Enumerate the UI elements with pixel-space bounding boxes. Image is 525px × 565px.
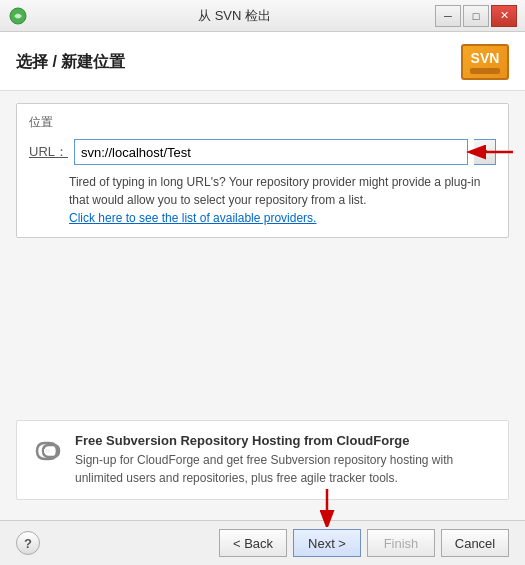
back-button[interactable]: < Back — [219, 529, 287, 557]
cloudforge-icon — [29, 433, 65, 469]
close-button[interactable]: ✕ — [491, 5, 517, 27]
url-label: URL： — [29, 143, 68, 161]
url-row: URL： ▼ — [29, 139, 496, 165]
title-bar: 从 SVN 检出 ─ □ ✕ — [0, 0, 525, 32]
group-label: 位置 — [29, 114, 496, 131]
next-arrow — [312, 487, 342, 527]
url-info-text: Tired of typing in long URL's? Your repo… — [69, 173, 496, 209]
app-icon — [8, 6, 28, 26]
url-input-wrapper — [74, 139, 468, 165]
svn-logo-connector — [470, 68, 500, 74]
input-arrow — [463, 137, 518, 167]
providers-link[interactable]: Click here to see the list of available … — [69, 211, 496, 225]
spacer — [16, 248, 509, 410]
minimize-button[interactable]: ─ — [435, 5, 461, 27]
next-button[interactable]: Next > — [293, 529, 361, 557]
location-group: 位置 URL： ▼ — [16, 103, 509, 238]
bottom-bar: ? < Back Next > Finish Cancel — [0, 520, 525, 565]
maximize-button[interactable]: □ — [463, 5, 489, 27]
cancel-button[interactable]: Cancel — [441, 529, 509, 557]
window-body: 选择 / 新建位置 SVN 位置 URL： — [0, 32, 525, 565]
url-input[interactable] — [74, 139, 468, 165]
window-title: 从 SVN 检出 — [34, 7, 435, 25]
svn-logo: SVN — [461, 44, 509, 80]
cloudforge-description: Sign-up for CloudForge and get free Subv… — [75, 451, 496, 487]
next-button-wrapper: Next > — [293, 529, 361, 557]
header-section: 选择 / 新建位置 SVN — [0, 32, 525, 91]
svg-rect-3 — [44, 449, 50, 453]
cloudforge-text: Free Subversion Repository Hosting from … — [75, 433, 496, 487]
help-button[interactable]: ? — [16, 531, 40, 555]
cloudforge-section: Free Subversion Repository Hosting from … — [16, 420, 509, 500]
page-title: 选择 / 新建位置 — [16, 52, 125, 73]
cloudforge-title: Free Subversion Repository Hosting from … — [75, 433, 496, 448]
window-controls: ─ □ ✕ — [435, 5, 517, 27]
content-area: 位置 URL： ▼ — [0, 91, 525, 520]
finish-button[interactable]: Finish — [367, 529, 435, 557]
